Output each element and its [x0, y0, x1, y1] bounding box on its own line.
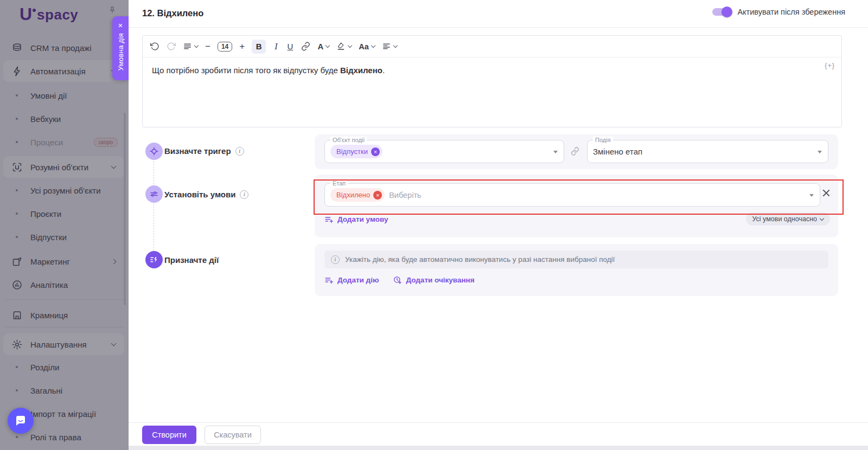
activate-toggle[interactable]: [712, 8, 731, 16]
stage-chip[interactable]: Відхилено ×: [330, 188, 385, 202]
page-header: 12. Відхилено Активувати після збереженн…: [129, 0, 868, 28]
chevron-down-icon: [393, 43, 398, 48]
chip-remove-icon[interactable]: ×: [371, 147, 380, 156]
chat-icon: [14, 414, 27, 427]
event-object-label: Об'єкт події: [330, 137, 367, 144]
undo-button[interactable]: [150, 42, 159, 51]
conditions-step-title: Установіть умовиi: [164, 190, 248, 199]
editor-text-bold: Відхилено: [340, 66, 382, 75]
editor-text: Що потрібно зробити після того як відпус…: [152, 66, 340, 75]
insert-link-button[interactable]: [301, 42, 310, 51]
conditions-step-icon: [145, 185, 163, 203]
line-spacing-button[interactable]: [183, 42, 198, 51]
event-select[interactable]: Подія Змінено етап: [587, 140, 828, 163]
add-action-link[interactable]: Додати дію: [324, 275, 379, 285]
dropdown-caret-icon[interactable]: [818, 151, 822, 156]
italic-button[interactable]: I: [273, 42, 279, 52]
dropdown-caret-icon[interactable]: [809, 194, 814, 199]
underline-button[interactable]: U: [286, 42, 295, 51]
redo-button[interactable]: [167, 42, 176, 51]
event-object-chip[interactable]: Відпустки ×: [330, 145, 382, 158]
drawer-tab-conditional-action[interactable]: × Умовна дія: [112, 16, 129, 80]
info-icon[interactable]: i: [240, 190, 248, 199]
trigger-step-icon: [145, 143, 163, 160]
chevron-down-icon: [194, 43, 199, 48]
text-color-button[interactable]: A: [317, 42, 329, 51]
highlight-color-button[interactable]: [336, 42, 352, 51]
actions-step-icon: [145, 251, 163, 268]
add-condition-link[interactable]: Додати умову: [324, 215, 388, 224]
chip-remove-icon[interactable]: ×: [373, 191, 382, 200]
font-size-value[interactable]: 14: [218, 42, 232, 52]
trigger-step-title: Визначте тригерi: [164, 146, 244, 156]
sidebar: U spacy CRM та продажіАвтоматизаціяУмовн…: [0, 0, 129, 450]
sidebar-dim-overlay: [0, 0, 129, 450]
drawer-close-icon[interactable]: ×: [118, 21, 123, 29]
chevron-down-icon: [348, 43, 352, 48]
info-icon: i: [331, 255, 340, 264]
font-size-decrease-button[interactable]: −: [205, 41, 210, 52]
trigger-panel: Об'єкт події Відпустки × Подія Змінено е…: [315, 134, 838, 169]
chevron-down-icon: [820, 216, 824, 221]
remove-condition-button[interactable]: [822, 189, 831, 197]
cancel-button[interactable]: Скасувати: [205, 426, 261, 444]
actions-step-title: Призначте дії: [164, 255, 219, 265]
create-button[interactable]: Створити: [142, 426, 196, 444]
event-value: Змінено етап: [593, 147, 642, 156]
actions-hint: i Укажіть дію, яка буде автоматично вико…: [324, 250, 828, 268]
editor-toolbar: − 14 + B I U A Aa: [143, 36, 841, 57]
step-connector-line: [154, 153, 154, 259]
text-style-button[interactable]: Aa: [359, 42, 375, 51]
stage-placeholder: Виберіть: [389, 191, 421, 200]
clock-add-icon: [393, 275, 402, 285]
bottom-strip: [129, 446, 868, 450]
main-panel: 12. Відхилено Активувати після збереженн…: [129, 0, 868, 450]
footer-bar: Створити Скасувати: [129, 422, 868, 446]
link-fields-icon[interactable]: [571, 147, 579, 158]
dropdown-caret-icon[interactable]: [553, 151, 558, 156]
activate-toggle-label: Активувати після збереження: [737, 8, 845, 16]
chat-fab-button[interactable]: [8, 408, 34, 434]
add-wait-link[interactable]: Додати очікування: [393, 275, 474, 285]
chevron-down-icon: [326, 43, 330, 48]
event-label: Подія: [593, 137, 613, 144]
stage-multiselect[interactable]: Етап Відхилено × Виберіть: [324, 183, 820, 207]
editor-content[interactable]: Що потрібно зробити після того як відпус…: [143, 57, 841, 83]
page-title: 12. Відхилено: [142, 8, 203, 18]
app-window: U spacy CRM та продажіАвтоматизаціяУмовн…: [0, 0, 868, 450]
bold-button[interactable]: B: [252, 40, 266, 54]
align-button[interactable]: [382, 42, 397, 51]
info-icon[interactable]: i: [235, 147, 244, 156]
description-editor[interactable]: − 14 + B I U A Aa Що потрібно зробити пі…: [142, 35, 842, 127]
stage-label: Етап: [330, 180, 348, 187]
drawer-tab-label: Умовна дія: [117, 33, 125, 70]
insert-variable-button[interactable]: {+}: [825, 62, 835, 69]
conditions-logic-selector[interactable]: Усі умови одночасно: [746, 213, 830, 226]
conditions-panel: Етап Відхилено × Виберіть Додати умову У…: [315, 175, 838, 237]
font-size-increase-button[interactable]: +: [239, 41, 245, 52]
actions-panel: i Укажіть дію, яка буде автоматично вико…: [315, 244, 838, 296]
event-object-select[interactable]: Об'єкт події Відпустки ×: [324, 140, 564, 163]
chevron-down-icon: [371, 43, 375, 48]
playlist-add-icon: [324, 275, 334, 285]
playlist-add-icon: [324, 215, 334, 224]
